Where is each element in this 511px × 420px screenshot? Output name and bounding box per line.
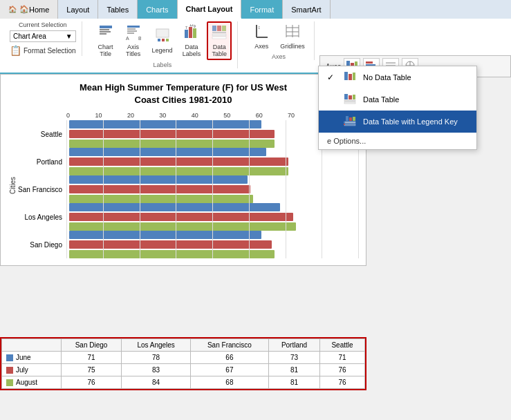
data-labels-button[interactable]: 7129 DataLabels (179, 22, 205, 59)
svg-rect-55 (346, 116, 349, 121)
tab-smartart-label: SmartArt (291, 6, 321, 14)
august-legend-box (6, 379, 13, 386)
svg-rect-13 (166, 39, 169, 41)
tab-charts-label: Charts (146, 6, 168, 14)
tab-charts[interactable]: Charts (138, 0, 177, 19)
portland-july-bar (69, 158, 288, 166)
format-selection-button[interactable]: 📋 Format Selection (10, 45, 76, 56)
svg-rect-12 (162, 39, 165, 41)
tab-home-label: Home (29, 6, 49, 14)
sd-june-bar (69, 231, 261, 239)
axes-group-label: Axes (249, 53, 308, 60)
sf-august-bar (69, 195, 253, 203)
la-july-bar (69, 213, 293, 221)
x-axis-labels: 0 10 20 30 40 50 60 70 80 90 (18, 112, 359, 119)
la-august-bar (69, 222, 296, 231)
table-row-june: June 71 78 66 73 71 (2, 352, 365, 364)
tab-chart-layout[interactable]: Chart Layout (178, 0, 242, 19)
portland-bars (69, 148, 359, 175)
svg-rect-20 (212, 26, 216, 31)
august-sf-cell: 68 (190, 376, 268, 389)
august-label: August (16, 379, 37, 386)
svg-rect-2 (100, 31, 111, 32)
june-portland-cell: 73 (269, 352, 320, 364)
seattle-july-bar (69, 130, 275, 138)
no-data-table-item[interactable]: ✓ No Data Table (319, 66, 476, 88)
seattle-june-bar (69, 120, 261, 128)
san-francisco-bars (69, 175, 359, 203)
svg-rect-51 (349, 95, 352, 99)
svg-text:↕: ↕ (258, 25, 261, 30)
august-la-cell: 84 (122, 376, 190, 389)
data-table-button[interactable]: DataTable (207, 21, 232, 60)
svg-rect-54 (344, 102, 355, 104)
svg-rect-6 (127, 30, 137, 32)
see-more-label: e Options... (327, 137, 366, 145)
tab-tables-label: Tables (106, 6, 129, 14)
data-table-item[interactable]: Data Table (319, 88, 476, 111)
axes-group: ↕ Axes Gridli (243, 21, 315, 60)
svg-rect-5 (127, 28, 136, 30)
bars-wrapper: Seattle Portland (18, 120, 359, 258)
portland-june-bar (69, 148, 266, 156)
data-table-legend-item[interactable]: Data Table with Legend Key (319, 111, 476, 133)
august-seattle-cell: 76 (319, 376, 364, 389)
tab-smartart[interactable]: SmartArt (283, 0, 330, 19)
los-angeles-bars (69, 203, 359, 231)
svg-text:12: 12 (189, 24, 194, 27)
seattle-label: Seattle (18, 131, 66, 138)
chart-title-button[interactable]: ChartTitle (93, 22, 118, 59)
chart-title-icon (98, 24, 113, 43)
col-header-seattle: Seattle (319, 339, 364, 352)
y-axis-label: Cities (8, 112, 18, 258)
no-data-table-icon (344, 71, 357, 84)
legend-label: Legend (152, 47, 173, 54)
seattle-bars (69, 120, 359, 148)
july-label: July (16, 366, 28, 374)
axis-titles-button[interactable]: AB AxisTitles (121, 22, 146, 59)
june-sf-cell: 66 (190, 352, 268, 364)
tab-tables[interactable]: Tables (98, 0, 138, 19)
data-labels-label: DataLabels (183, 44, 201, 57)
svg-rect-24 (212, 34, 226, 36)
checkmark-icon: ✓ (327, 73, 338, 82)
legend-icon (155, 28, 170, 46)
gridlines-button[interactable]: Gridlines (277, 21, 308, 52)
july-month-cell: July (2, 364, 62, 376)
svg-rect-59 (344, 124, 355, 126)
col-header-portland: Portland (269, 339, 320, 352)
gridlines-icon (285, 23, 300, 42)
svg-rect-60 (344, 122, 345, 123)
data-table-icon (212, 24, 227, 43)
home-icon: 🏠 (19, 5, 29, 14)
axes-button[interactable]: ↕ Axes (249, 21, 274, 52)
col-header-san-francisco: San Francisco (190, 339, 268, 352)
labels-group: ChartTitle AB AxisTitles Legend (88, 21, 239, 68)
table-row-august: August 76 84 68 81 76 (2, 376, 365, 389)
legend-button[interactable]: Legend (149, 26, 176, 56)
bar-group-seattle: Seattle (18, 120, 359, 148)
sf-july-bar (69, 185, 250, 193)
svg-rect-22 (222, 26, 226, 31)
data-table: San Diego Los Angeles San Francisco Port… (1, 338, 365, 389)
labels-buttons: ChartTitle AB AxisTitles Legend (93, 21, 232, 60)
svg-rect-14 (185, 30, 188, 38)
see-more-options[interactable]: e Options... (319, 133, 476, 149)
svg-rect-21 (217, 26, 221, 31)
svg-rect-10 (156, 29, 169, 37)
tab-home[interactable]: 🏠 Home (0, 0, 58, 19)
format-selection-label: Format Selection (24, 47, 76, 55)
portland-august-bar (69, 167, 288, 175)
chart-area-dropdown[interactable]: Chart Area ▼ (10, 30, 76, 42)
data-table-menu-label: Data Table (363, 95, 399, 104)
june-la-cell: 78 (122, 352, 190, 364)
tab-format[interactable]: Format (241, 0, 283, 19)
chart-area: Cities 0 10 20 30 40 50 60 70 80 90 (8, 112, 359, 258)
august-portland-cell: 81 (269, 376, 320, 389)
july-la-cell: 83 (122, 364, 190, 376)
june-sd-cell: 71 (61, 352, 122, 364)
july-sf-cell: 67 (190, 364, 268, 376)
svg-rect-7 (127, 32, 134, 34)
tab-layout[interactable]: Layout (58, 0, 98, 19)
seattle-august-bar (69, 140, 275, 148)
